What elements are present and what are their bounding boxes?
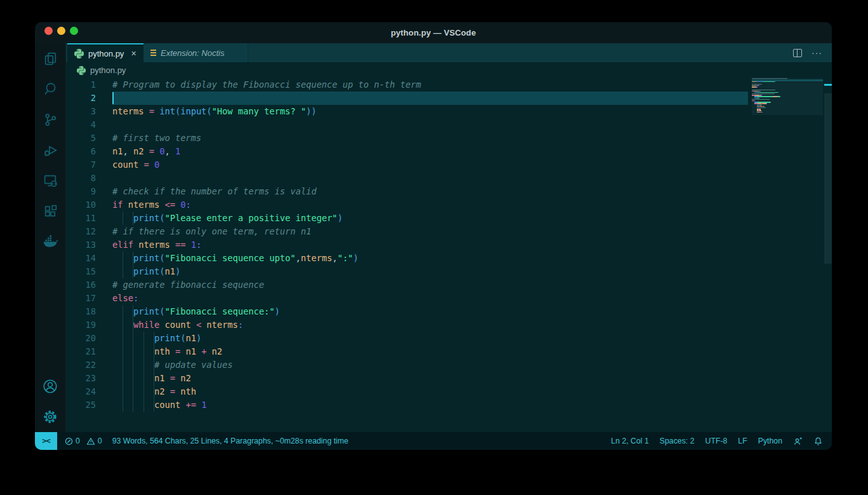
line-number: 22 <box>66 358 96 372</box>
extensions-icon[interactable] <box>35 196 65 226</box>
line-number: 18 <box>66 305 96 318</box>
code-text: # first two terms <box>112 132 201 145</box>
remote-explorer-icon[interactable] <box>35 165 65 196</box>
source-control-icon[interactable] <box>35 104 65 135</box>
code-line: 3nterms = int(input("How many terms? ")) <box>66 105 832 118</box>
eol-sequence[interactable]: LF <box>738 437 747 445</box>
line-number: 17 <box>66 292 96 305</box>
code-line: 4 <box>66 118 832 132</box>
account-icon[interactable] <box>35 371 65 402</box>
code-line: 12# if there is only one term, return n1 <box>66 225 832 238</box>
code-line: 8 <box>66 172 832 185</box>
code-line: 25 count += 1 <box>66 398 832 412</box>
traffic-lights <box>44 27 78 35</box>
tab-extension-noctis[interactable]: Extension: Noctis <box>144 43 248 62</box>
cursor-position[interactable]: Ln 2, Col 1 <box>611 437 648 445</box>
settings-gear-icon[interactable] <box>35 402 65 432</box>
problems-status[interactable]: 0 0 <box>65 437 102 445</box>
line-number: 8 <box>66 172 96 185</box>
tab-bar: python.py × Extension: Noctis ··· <box>66 43 832 62</box>
code-text: print(n1) <box>112 332 201 345</box>
split-editor-icon[interactable] <box>793 49 802 57</box>
zoom-window-button[interactable] <box>70 27 78 35</box>
line-number: 10 <box>66 198 96 212</box>
code-text: n2 = nth <box>112 385 196 398</box>
current-line-highlight <box>112 92 748 105</box>
code-text: # if there is only one term, return n1 <box>112 225 311 238</box>
error-count: 0 <box>76 437 80 445</box>
search-icon[interactable] <box>35 74 65 104</box>
code-text: if nterms <= 0: <box>112 198 191 212</box>
editor[interactable]: 1# Program to display the Fibonacci sequ… <box>66 78 832 432</box>
code-line: 20 print(n1) <box>66 332 832 345</box>
warning-count: 0 <box>98 437 102 445</box>
close-window-button[interactable] <box>44 27 53 35</box>
editor-actions: ··· <box>793 43 832 62</box>
code-line: 23 n1 = n2 <box>66 372 832 385</box>
code-line: 17else: <box>66 292 832 305</box>
code-text: n1, n2 = 0, 1 <box>112 145 180 158</box>
line-number: 24 <box>66 385 96 398</box>
python-icon <box>74 49 84 58</box>
code-line: 1# Program to display the Fibonacci sequ… <box>66 78 832 92</box>
code-text: # generate fibonacci sequence <box>112 278 264 292</box>
encoding[interactable]: UTF-8 <box>705 437 728 445</box>
code-line: 15 print(n1) <box>66 265 832 278</box>
tab-label: Extension: Noctis <box>161 48 224 58</box>
line-number: 25 <box>66 398 96 412</box>
warning-icon <box>86 437 95 445</box>
code-text: nterms = int(input("How many terms? ")) <box>112 105 316 118</box>
minimize-window-button[interactable] <box>57 27 65 35</box>
code-text: while count < nterms: <box>112 318 243 332</box>
more-actions-icon[interactable]: ··· <box>811 48 822 57</box>
tab-python-py[interactable]: python.py × <box>67 43 144 62</box>
line-number: 6 <box>66 145 96 158</box>
breadcrumb[interactable]: python.py <box>66 62 832 78</box>
tab-close-icon[interactable]: × <box>131 49 136 58</box>
code-text: else: <box>112 292 138 305</box>
line-number: 13 <box>66 238 96 252</box>
line-number: 14 <box>66 252 96 265</box>
line-number: 4 <box>66 118 96 132</box>
code-line: 21 nth = n1 + n2 <box>66 345 832 358</box>
code-line: 6n1, n2 = 0, 1 <box>66 145 832 158</box>
line-number: 20 <box>66 332 96 345</box>
explorer-icon[interactable] <box>35 43 65 74</box>
vscode-window: python.py — VSCode <box>35 22 832 450</box>
line-number: 19 <box>66 318 96 332</box>
feedback-icon[interactable] <box>793 437 803 446</box>
line-number: 5 <box>66 132 96 145</box>
code-line: 14 print("Fibonacci sequence upto",nterm… <box>66 252 832 265</box>
code-line: 13elif nterms == 1: <box>66 238 832 252</box>
line-number: 7 <box>66 158 96 172</box>
scrollbar-thumb[interactable] <box>824 93 832 264</box>
error-icon <box>65 437 73 445</box>
code-text: print("Fibonacci sequence upto",nterms,"… <box>112 252 358 265</box>
bell-icon[interactable] <box>813 437 823 446</box>
window-title: python.py — VSCode <box>391 28 476 37</box>
line-number: 21 <box>66 345 96 358</box>
line-number: 11 <box>66 212 96 225</box>
line-number: 23 <box>66 372 96 385</box>
docker-icon[interactable] <box>35 226 65 257</box>
code-text: elif nterms == 1: <box>112 238 201 252</box>
code-text: # update values <box>112 358 233 372</box>
code-line: 2 <box>66 92 832 105</box>
title-bar: python.py — VSCode <box>35 22 832 43</box>
code-line: 19 while count < nterms: <box>66 318 832 332</box>
minimap[interactable] <box>752 78 823 432</box>
code-text: nth = n1 + n2 <box>112 345 222 358</box>
document-stats[interactable]: 93 Words, 564 Chars, 25 Lines, 4 Paragra… <box>112 437 349 445</box>
run-debug-icon[interactable] <box>35 135 65 165</box>
language-mode[interactable]: Python <box>758 437 782 445</box>
indentation[interactable]: Spaces: 2 <box>660 437 695 445</box>
code-line: 10if nterms <= 0: <box>66 198 832 212</box>
scrollbar[interactable] <box>824 78 832 432</box>
line-number: 1 <box>66 78 96 92</box>
code-rows: 1# Program to display the Fibonacci sequ… <box>66 78 832 412</box>
remote-indicator[interactable]: >< <box>35 432 57 450</box>
minimap-current-line <box>752 79 823 81</box>
line-number: 9 <box>66 185 96 198</box>
breadcrumb-file: python.py <box>90 65 126 75</box>
python-icon <box>77 66 86 75</box>
